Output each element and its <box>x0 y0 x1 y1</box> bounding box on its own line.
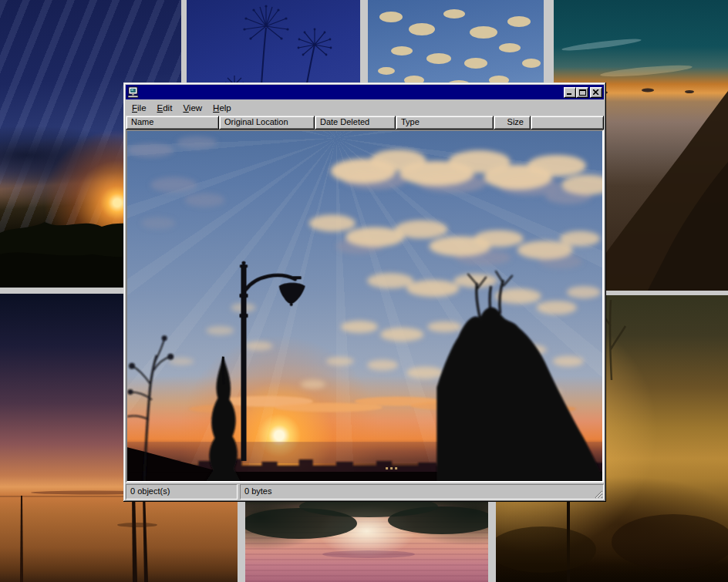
sunset-photo-background <box>127 131 602 481</box>
minimize-button[interactable] <box>564 87 576 98</box>
menu-help[interactable]: Help <box>207 102 237 115</box>
column-header-filler <box>531 116 604 130</box>
status-objects: 0 object(s) <box>126 484 238 500</box>
sunset-photo-overlay <box>127 131 602 481</box>
window-titlebar[interactable] <box>126 85 604 99</box>
maximize-icon <box>579 89 586 96</box>
close-icon <box>593 89 599 95</box>
column-headers: Name Original Location Date Deleted Type… <box>126 116 604 130</box>
column-header-size[interactable]: Size <box>494 116 531 130</box>
menu-edit[interactable]: Edit <box>152 102 178 115</box>
computer-icon <box>127 86 140 98</box>
resize-grip-icon[interactable] <box>593 489 603 499</box>
street-lamp-silhouette <box>239 261 305 461</box>
close-button[interactable] <box>590 87 602 98</box>
menu-bar: File Edit View Help <box>126 99 604 116</box>
menu-view[interactable]: View <box>177 102 207 115</box>
status-bytes-panel: 0 bytes <box>240 484 604 500</box>
recycle-bin-window: File Edit View Help Name Original Locati… <box>123 82 606 502</box>
minimize-icon <box>567 89 573 95</box>
window-controls <box>564 87 602 98</box>
file-list-area[interactable] <box>126 130 604 483</box>
column-header-type[interactable]: Type <box>396 116 494 130</box>
column-header-original-location[interactable]: Original Location <box>219 116 315 130</box>
status-bytes: 0 bytes <box>244 486 271 496</box>
status-bar: 0 object(s) 0 bytes <box>126 484 604 500</box>
menu-file[interactable]: File <box>126 102 152 115</box>
maximize-button[interactable] <box>576 87 588 98</box>
column-header-date-deleted[interactable]: Date Deleted <box>315 116 396 130</box>
column-header-name[interactable]: Name <box>126 116 219 130</box>
